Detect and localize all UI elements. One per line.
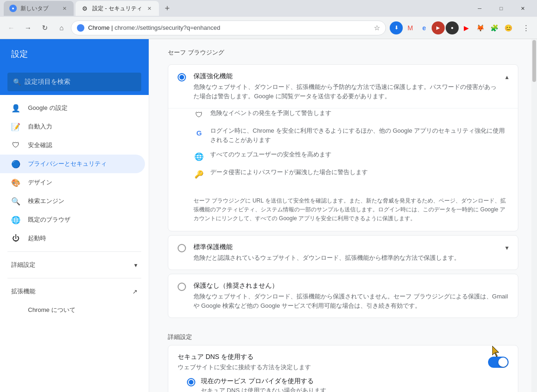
search-bar-container: 🔍 設定項目を検索 xyxy=(0,69,149,95)
scrollbar-thumb[interactable] xyxy=(532,40,536,82)
sidebar-item-about[interactable]: Chrome について xyxy=(0,301,149,319)
extensions-left: 拡張機能 xyxy=(11,287,35,296)
detail-3: 🌐 すべてのウェブユーザーの安全性を高めます xyxy=(193,150,509,162)
sidebar-item-startup[interactable]: ⏻ 起動時 xyxy=(0,229,149,248)
dns-sub-radio-outer xyxy=(187,378,195,386)
standard-radio[interactable] xyxy=(178,244,186,252)
search-engine-icon: 🔍 xyxy=(11,196,21,206)
enhanced-radio[interactable] xyxy=(178,73,186,81)
safety-icon: 🛡 xyxy=(11,141,21,150)
standard-chevron[interactable]: ▾ xyxy=(505,244,509,251)
ext-icon-red[interactable]: ▶ xyxy=(432,21,445,34)
main-scroll: セーフ ブラウジング 保護強化機能 xyxy=(149,39,537,392)
enhanced-chevron[interactable]: ▴ xyxy=(505,73,509,81)
none-content: 保護なし（推奨されません） 危険なウェブサイト、ダウンロード、拡張機能から保護さ… xyxy=(193,282,509,310)
search-placeholder: 設定項目を検索 xyxy=(25,78,70,86)
ext-icon-avatar[interactable]: 😊 xyxy=(502,21,515,34)
standard-desc: 危険だと認識されているウェブサイト、ダウンロード、拡張機能から標準的な方法で保護… xyxy=(193,253,498,263)
address-bar[interactable]: Chrome | chrome://settings/security?q=en… xyxy=(71,20,386,35)
address-favicon xyxy=(77,24,84,32)
maximize-button[interactable]: □ xyxy=(490,1,512,16)
close-button[interactable]: ✕ xyxy=(512,1,533,16)
sidebar-item-label-startup: 起動時 xyxy=(28,234,46,243)
settings-search-input[interactable]: 🔍 設定項目を検索 xyxy=(7,73,141,91)
sidebar-item-google[interactable]: 👤 Google の設定 xyxy=(0,99,149,117)
ext-icon-e[interactable]: e xyxy=(418,21,431,34)
minimize-button[interactable]: ─ xyxy=(469,1,490,16)
toggle-knob xyxy=(498,358,508,367)
address-text: Chrome | chrome://settings/security?q=en… xyxy=(88,24,370,31)
dns-sub-item-current[interactable]: 現在のサービス プロバイダを使用する セキュア DNS は使用できない場合があり… xyxy=(187,377,499,392)
ext-icon-gmail[interactable]: M xyxy=(404,21,417,34)
enhanced-option-item[interactable]: 保護強化機能 危険なウェブサイト、ダウンロード、拡張機能から予防的な方法で迅速に… xyxy=(168,65,518,108)
dns-sub-radio-inner xyxy=(189,380,193,385)
sidebar-nav: 👤 Google の設定 📝 自動入力 🛡 安全確認 🔵 プライバシーとセキュリ… xyxy=(0,95,149,392)
option-none: 保護なし（推奨されません） 危険なウェブサイト、ダウンロード、拡張機能から保護さ… xyxy=(168,274,518,318)
enhanced-additional-info: セーフ ブラウジングに URL を送信して安全性を確認します。また、新たな脅威を… xyxy=(168,193,518,231)
home-button[interactable]: ⌂ xyxy=(54,20,69,35)
autofill-icon: 📝 xyxy=(11,122,21,131)
google-detail-icon: G xyxy=(193,127,205,138)
sidebar-item-design[interactable]: 🎨 デザイン xyxy=(0,173,149,192)
main-panel[interactable]: セーフ ブラウジング 保護強化機能 xyxy=(149,39,537,392)
dns-sub-options: 現在のサービス プロバイダを使用する セキュア DNS は使用できない場合があり… xyxy=(178,372,509,392)
globe-detail-icon: 🌐 xyxy=(193,151,205,162)
sidebar-item-label-browser: 既定のブラウザ xyxy=(28,216,70,224)
ext-icon-download[interactable]: ⬇ xyxy=(390,21,403,34)
sidebar-item-autofill[interactable]: 📝 自動入力 xyxy=(0,117,149,136)
sidebar-item-advanced[interactable]: 詳細設定 ▾ xyxy=(0,256,149,274)
ext-icon-youtube[interactable]: ▶ xyxy=(460,21,473,34)
ext-icon-firefox[interactable]: 🦊 xyxy=(474,21,487,34)
settings-favicon: ⚙ xyxy=(81,5,89,12)
enhanced-details: 🛡 危険なイベントの発生を予測して警告します G ログイン時に、Chrome を… xyxy=(168,108,518,193)
browser-content: 設定 🔍 設定項目を検索 👤 Google の設定 📝 自動入力 xyxy=(0,39,537,392)
sidebar-item-safety[interactable]: 🛡 安全確認 xyxy=(0,136,149,155)
sidebar-item-browser[interactable]: 🌐 既定のブラウザ xyxy=(0,210,149,229)
dns-toggle-main: セキュア DNS を使用する ウェブサイトに安全に接続する方法を決定します xyxy=(178,353,509,372)
extensions-icon: ↗ xyxy=(132,288,138,295)
nav-separator xyxy=(7,251,141,252)
about-icon xyxy=(11,305,21,315)
back-button[interactable]: ← xyxy=(4,20,19,35)
reload-button[interactable]: ↻ xyxy=(37,20,52,35)
extension-icons: ⬇ M e ▶ ● ▶ 🦊 🧩 😊 xyxy=(390,21,515,34)
none-option-item[interactable]: 保護なし（推奨されません） 危険なウェブサイト、ダウンロード、拡張機能から保護さ… xyxy=(168,274,518,318)
key-detail-icon: 🔑 xyxy=(193,169,205,180)
ext-icon-dark[interactable]: ● xyxy=(446,21,459,34)
bookmark-star-icon[interactable]: ☆ xyxy=(374,24,380,32)
advanced-left: 詳細設定 xyxy=(11,261,35,269)
new-tab-favicon: ● xyxy=(9,5,17,12)
sidebar-item-search[interactable]: 🔍 検索エンジン xyxy=(0,192,149,210)
tab-settings[interactable]: ⚙ 設定 - セキュリティ ✕ xyxy=(76,1,159,16)
new-tab-button[interactable]: + xyxy=(161,2,174,15)
standard-option-item[interactable]: 標準保護機能 危険だと認識されているウェブサイト、ダウンロード、拡張機能から標準… xyxy=(168,236,518,270)
sidebar-header: 設定 xyxy=(0,39,149,69)
design-icon: 🎨 xyxy=(11,178,21,187)
scrollbar-track[interactable] xyxy=(531,39,537,392)
browser-frame: ● 新しいタブ ✕ ⚙ 設定 - セキュリティ ✕ + ─ □ ✕ ← → ↻ … xyxy=(0,0,537,392)
dns-sub-desc: セキュア DNS は使用できない場合があります xyxy=(201,386,326,392)
sidebar-item-privacy[interactable]: 🔵 プライバシーとセキュリティ xyxy=(0,155,145,173)
detail-1-text: 危険なイベントの発生を予測して警告します xyxy=(210,108,331,118)
chrome-menu-button[interactable]: ⋮ xyxy=(518,20,533,35)
none-radio[interactable] xyxy=(178,283,186,291)
option-enhanced: 保護強化機能 危険なウェブサイト、ダウンロード、拡張機能から予防的な方法で迅速に… xyxy=(168,64,518,231)
sidebar-item-label-about: Chrome について xyxy=(28,306,76,314)
enhanced-content: 保護強化機能 危険なウェブサイト、ダウンロード、拡張機能から予防的な方法で迅速に… xyxy=(193,72,498,101)
dns-toggle-switch[interactable] xyxy=(488,357,509,368)
detail-4-text: データ侵害によりパスワードが漏洩した場合に警告します xyxy=(210,168,368,177)
new-tab-title: 新しいタブ xyxy=(21,5,57,13)
sidebar-item-extensions[interactable]: 拡張機能 ↗ xyxy=(0,282,149,301)
ext-icon-puzzle[interactable]: 🧩 xyxy=(488,21,501,34)
google-icon: 👤 xyxy=(11,103,21,113)
sidebar-item-label-privacy: プライバシーとセキュリティ xyxy=(28,160,107,168)
privacy-icon: 🔵 xyxy=(11,159,21,169)
sidebar: 設定 🔍 設定項目を検索 👤 Google の設定 📝 自動入力 xyxy=(0,39,149,392)
enhanced-radio-inner xyxy=(179,75,184,80)
new-tab-close[interactable]: ✕ xyxy=(61,5,68,12)
settings-tab-close[interactable]: ✕ xyxy=(146,5,153,12)
search-icon: 🔍 xyxy=(13,78,21,86)
tab-new-tab[interactable]: ● 新しいタブ ✕ xyxy=(4,1,74,16)
forward-button[interactable]: → xyxy=(21,20,35,35)
standard-content: 標準保護機能 危険だと認識されているウェブサイト、ダウンロード、拡張機能から標準… xyxy=(193,243,498,263)
